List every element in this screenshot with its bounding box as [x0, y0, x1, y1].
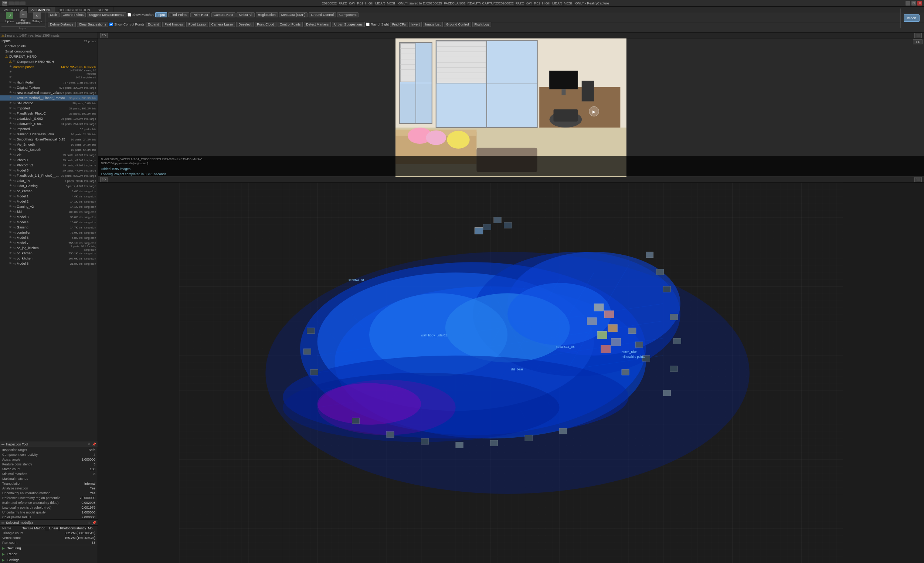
eye-icon[interactable]: 👁	[9, 148, 13, 152]
control-points2-button[interactable]: Control Points	[278, 22, 303, 27]
eye-icon[interactable]: 👁	[9, 86, 13, 90]
eye-icon[interactable]: 👁	[9, 231, 13, 234]
tree-item[interactable]: 👁%Model 821.8K tris, singleton	[0, 261, 98, 266]
eye-icon[interactable]: 👁	[9, 81, 13, 84]
close-button[interactable]: ✕	[917, 1, 922, 6]
minimize-button[interactable]: ─	[906, 1, 910, 6]
settings-button[interactable]: ⚙ Settings	[30, 9, 44, 26]
eye-icon[interactable]: 👁	[9, 112, 13, 115]
tree-item[interactable]: 👁%Texture Method__Linear_Photoconsisted3…	[0, 95, 98, 101]
panel-2d-label[interactable]: 2D	[100, 33, 108, 38]
tree-item[interactable]: 👁%Gaming_LidarMesh_Vala10 parts, 24.3M t…	[0, 132, 98, 137]
tree-item[interactable]: 👁%Vie_Smooth10 parts, 34.3M tris	[0, 142, 98, 147]
scene-canvas[interactable]: scribble_01 wall_body_Lidar01 nbaallstar…	[98, 183, 924, 563]
eye-icon[interactable]: 👁	[9, 75, 13, 79]
tree-item[interactable]: 👁%Imported36 parts, tris	[0, 126, 98, 132]
viewport-3d-label[interactable]: 3D	[100, 177, 108, 182]
deselect-button[interactable]: Deselect	[236, 22, 254, 27]
camera-rect-button[interactable]: Camera Rect	[212, 12, 236, 17]
tree-item[interactable]: 👁%Model 214.1K tris, singleton	[0, 199, 98, 204]
tree-item[interactable]: 👁%LidarMesh_S.00191 parts, 264.3M tris, …	[0, 121, 98, 126]
tree-item[interactable]: 👁%Lidar_TV4 parts, 70.0K tris, large	[0, 178, 98, 183]
tree-item[interactable]: 👁%Model 65.8K tris, singleton	[0, 235, 98, 240]
eye-icon[interactable]: 👁	[9, 251, 13, 255]
point-cloud-button[interactable]: Point Cloud	[255, 22, 276, 27]
tree-item[interactable]: 👁%cc_kitchen167.6K tris, singleton	[0, 256, 98, 261]
tree-item[interactable]: 👁%Model 529 parts, 47.9M tris, large	[0, 168, 98, 173]
eye-icon[interactable]: 👁	[9, 241, 13, 245]
tree-item[interactable]: Inputs22 points	[0, 38, 98, 44]
draft-button[interactable]: Draft	[48, 12, 60, 17]
eye-icon[interactable]: 👁	[9, 194, 13, 198]
tree-item[interactable]: Small components	[0, 49, 98, 54]
ground-control-button[interactable]: Ground Control	[309, 12, 336, 17]
eye-icon[interactable]: 👁	[13, 60, 16, 64]
tree-item[interactable]: Control points	[0, 44, 98, 49]
control-points-button[interactable]: Control Points	[61, 12, 86, 17]
flight-log-button[interactable]: Flight Log	[472, 22, 492, 27]
select-all-button[interactable]: Select All	[237, 12, 255, 17]
eye-icon[interactable]: 👁	[9, 215, 13, 219]
find-cps-button[interactable]: Find CPs	[390, 22, 408, 27]
eye-icon[interactable]: 👁	[9, 138, 13, 141]
eye-icon[interactable]: 👁	[9, 236, 13, 240]
inspection-close[interactable]: ✕	[88, 443, 90, 446]
tree-item[interactable]: 👁%FixedMesh_1 1_PhotoC___1.2_Vala38 part…	[0, 173, 98, 178]
panel-2d-corner-btn[interactable]: ◄►	[913, 39, 922, 44]
eye-icon[interactable]: 👁	[9, 174, 13, 177]
tree-item[interactable]: ⚠CURRENT_HERO	[0, 54, 98, 59]
eye-icon[interactable]: 👁	[9, 225, 13, 229]
point-lasso-button[interactable]: Point Lasso	[186, 22, 208, 27]
eye-icon[interactable]: 👁	[9, 122, 13, 126]
import-button[interactable]: Import	[904, 14, 920, 22]
eye-icon[interactable]: 👁	[9, 153, 13, 157]
detect-markers-button[interactable]: Detect Markers	[304, 22, 331, 27]
tree-item[interactable]: 👁%cc_jpg_kitchen2 parts, 971.3K tris, si…	[0, 245, 98, 251]
show-matches-checkbox[interactable]: Show Matches	[128, 13, 154, 17]
tree-item[interactable]: 👁%Gaming14.7K tris, singleton	[0, 225, 98, 230]
show-control-points-checkbox[interactable]: Show Control Points	[110, 23, 144, 26]
image-list-button[interactable]: Image List	[423, 22, 443, 27]
eye-icon[interactable]: 👁	[9, 70, 13, 74]
point-rect-button[interactable]: Point Rect	[190, 12, 210, 17]
tree-item[interactable]: 👁%cc_kitchen3.4K tris, singleton	[0, 189, 98, 194]
find-images-button[interactable]: Find Images	[162, 22, 185, 27]
tree-item[interactable]: 👁1423/1595 cams, 36 models	[0, 69, 98, 75]
eye-icon[interactable]: 👁	[9, 246, 13, 250]
tree-item[interactable]: 👁%PhotoC29 parts, 47.9M tris, large	[0, 158, 98, 163]
tree-item[interactable]: 👁%Original Texture675 parts, 300.3M tris…	[0, 85, 98, 90]
registration-button[interactable]: Registration	[256, 12, 278, 17]
ground-control2-button[interactable]: Ground Control	[444, 22, 471, 27]
tree-item[interactable]: 👁%New Equalized Texture_Vala675 parts, 3…	[0, 90, 98, 95]
tree-item[interactable]: 👁%High Model737 parts, 1.3B tris, large	[0, 80, 98, 85]
tree-item[interactable]: 👁%$$$109.0K tris, singleton	[0, 209, 98, 215]
scene-tree-content[interactable]: Inputs22 pointsControl pointsSmall compo…	[0, 38, 98, 441]
eye-icon[interactable]: 👁	[9, 262, 13, 266]
eye-icon[interactable]: 👁	[9, 101, 13, 105]
eye-icon[interactable]: 👁	[9, 184, 13, 188]
tree-item[interactable]: 👁%FixedMesh_PhotoC38 parts, 302.2M tris	[0, 111, 98, 116]
tree-item[interactable]: 👁%Model 330.0K tris, singleton	[0, 215, 98, 219]
panel-2d-maximize[interactable]: ⬛	[914, 33, 922, 38]
eye-icon[interactable]: 👁	[9, 96, 13, 100]
tree-item[interactable]: 👁%LidarMesh_S.00235 parts, 104.9M tris, …	[0, 116, 98, 121]
eye-icon[interactable]: 👁	[9, 210, 13, 214]
eye-icon[interactable]: 👁	[9, 158, 13, 162]
tree-item[interactable]: 👁%Smoothing_NoiselRemoval_0.2510 parts, …	[0, 137, 98, 142]
eye-icon[interactable]: 👁	[9, 168, 13, 172]
tree-item[interactable]: 👁1422 registered	[0, 75, 98, 80]
eye-icon[interactable]: 👁	[9, 189, 13, 193]
urban-suggestions-button[interactable]: Urban Suggestions	[332, 22, 365, 27]
bottom-tool-item[interactable]: ▶ Report	[0, 551, 98, 557]
tree-item[interactable]: ⚠👁Component HERO HIGH	[0, 59, 98, 64]
expand-button[interactable]: Expand	[146, 22, 162, 27]
viewport-3d-maximize[interactable]: ⬛	[914, 177, 922, 182]
inspection-pin[interactable]: 📌	[92, 443, 96, 446]
tree-item[interactable]: 👁%Vie29 parts, 47.9M tris, large	[0, 152, 98, 158]
tree-item[interactable]: 👁%controller78.0K tris, singleton	[0, 230, 98, 235]
tree-item[interactable]: 👁%Model 410.0K tris, singleton	[0, 219, 98, 225]
tree-item[interactable]: 👁%PhotoC_Smooth10 parts, 54.3M tris	[0, 147, 98, 152]
eye-icon[interactable]: 👁	[9, 91, 13, 95]
component-button[interactable]: Component	[337, 12, 359, 17]
tree-item[interactable]: 👁%Imported38 parts, 302.2M tris	[0, 106, 98, 111]
